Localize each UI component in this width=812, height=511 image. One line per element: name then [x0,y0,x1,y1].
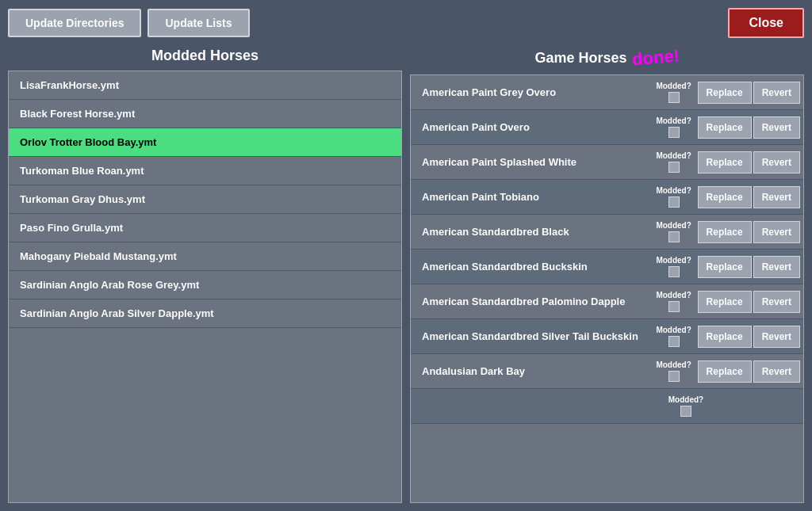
replace-button[interactable]: Replace [698,360,752,383]
list-item[interactable]: Sardinian Anglo Arab Rose Grey.ymt [9,271,401,299]
modded-col: Modded? [650,221,698,242]
horse-name: American Standardbred Palomino Dapple [411,291,650,312]
horse-name: American Standardbred Buckskin [411,256,650,277]
modded-label: Modded? [656,116,691,125]
horse-name: American Standardbred Silver Tail Bucksk… [411,326,650,347]
modded-checkbox[interactable] [668,231,680,242]
modded-checkbox[interactable] [668,336,680,347]
modded-col: Modded? [662,395,710,417]
modded-horses-title: Modded Horses [8,48,402,64]
modded-checkbox[interactable] [668,371,680,382]
list-item[interactable]: Turkoman Gray Dhus.ymt [9,185,401,214]
replace-button[interactable]: Replace [698,82,752,104]
revert-button[interactable]: Revert [753,326,800,348]
modded-checkbox[interactable] [668,196,680,208]
game-horses-title: Game Horses [535,50,627,67]
modded-label: Modded? [656,291,691,299]
replace-button[interactable]: Replace [698,291,752,313]
main-content: Modded Horses LisaFrankHorse.ymtBlack Fo… [8,48,804,503]
horse-name: American Paint Overo [411,116,650,138]
replace-button[interactable]: Replace [698,186,752,208]
modded-col: Modded? [650,82,698,103]
modded-col: Modded? [650,360,698,382]
update-directories-button[interactable]: Update Directories [8,9,141,37]
revert-button[interactable]: Revert [753,221,800,243]
modded-col: Modded? [650,116,698,138]
done-annotation: done! [631,48,680,71]
horse-name: Andalusian Dark Bay [411,360,650,382]
game-horse-row: American Paint Grey OveroModded?ReplaceR… [411,75,803,110]
modded-label: Modded? [656,256,691,265]
game-horse-row: Modded? [411,389,803,424]
list-item[interactable]: Black Forest Horse.ymt [9,100,401,128]
revert-button[interactable]: Revert [753,151,800,174]
modded-checkbox[interactable] [680,406,691,417]
game-horses-header: Game Horses done! [410,48,804,68]
modded-col: Modded? [650,291,698,312]
toolbar: Update Directories Update Lists Close [8,8,804,38]
game-horses-list[interactable]: American Paint Grey OveroModded?ReplaceR… [410,74,804,503]
replace-button[interactable]: Replace [698,221,752,243]
replace-button[interactable]: Replace [698,116,752,139]
game-horse-row: American Paint Splashed WhiteModded?Repl… [411,145,803,180]
game-horse-row: American Paint TobianoModded?ReplaceReve… [411,180,803,215]
modded-checkbox[interactable] [668,92,680,103]
modded-horses-panel: Modded Horses LisaFrankHorse.ymtBlack Fo… [8,48,402,503]
modded-horses-list[interactable]: LisaFrankHorse.ymtBlack Forest Horse.ymt… [8,71,402,503]
replace-button[interactable]: Replace [698,256,752,278]
modded-label: Modded? [656,186,691,195]
modded-checkbox[interactable] [668,162,680,173]
list-item[interactable]: Orlov Trotter Blood Bay.ymt [9,128,401,157]
modded-col: Modded? [650,326,698,347]
list-item[interactable]: Turkoman Blue Roan.ymt [9,157,401,185]
update-lists-button[interactable]: Update Lists [147,9,249,37]
replace-button[interactable]: Replace [698,151,752,174]
game-horse-row: American Standardbred Palomino DappleMod… [411,284,803,319]
modded-checkbox[interactable] [668,301,680,312]
game-horses-panel: Game Horses done! American Paint Grey Ov… [410,48,804,503]
revert-button[interactable]: Revert [753,82,800,104]
game-horse-row: Andalusian Dark BayModded?ReplaceRevert [411,354,803,389]
modded-col: Modded? [650,186,698,208]
replace-button[interactable]: Replace [698,326,752,348]
revert-button[interactable]: Revert [753,186,800,208]
list-item[interactable]: Mahogany Piebald Mustang.ymt [9,242,401,271]
horse-name: American Paint Tobiano [411,186,650,208]
modded-checkbox[interactable] [668,266,680,277]
list-item[interactable]: Paso Fino Grulla.ymt [9,214,401,242]
modded-checkbox[interactable] [668,127,680,138]
horse-name: American Paint Grey Overo [411,82,650,103]
modded-label: Modded? [656,360,691,369]
game-horse-row: American Standardbred BuckskinModded?Rep… [411,250,803,284]
game-horse-row: American Standardbred Silver Tail Bucksk… [411,319,803,354]
list-item[interactable]: Sardinian Anglo Arab Silver Dapple.ymt [9,299,401,328]
modded-label: Modded? [656,221,691,230]
horse-name: American Standardbred Black [411,221,650,242]
game-horse-row: American Paint OveroModded?ReplaceRevert [411,110,803,145]
revert-button[interactable]: Revert [753,291,800,313]
toolbar-left: Update Directories Update Lists [8,9,250,37]
modded-col: Modded? [650,151,698,173]
list-item[interactable]: LisaFrankHorse.ymt [9,71,401,100]
revert-button[interactable]: Revert [753,360,800,383]
modded-label: Modded? [656,326,691,334]
modded-col: Modded? [650,256,698,277]
horse-name: American Paint Splashed White [411,151,650,173]
close-button[interactable]: Close [728,8,804,38]
revert-button[interactable]: Revert [753,116,800,139]
modded-label: Modded? [656,151,691,160]
modded-label: Modded? [656,82,691,90]
modded-label: Modded? [668,395,703,404]
revert-button[interactable]: Revert [753,256,800,278]
app-container: Update Directories Update Lists Close Mo… [0,0,812,511]
game-horse-row: American Standardbred BlackModded?Replac… [411,215,803,250]
